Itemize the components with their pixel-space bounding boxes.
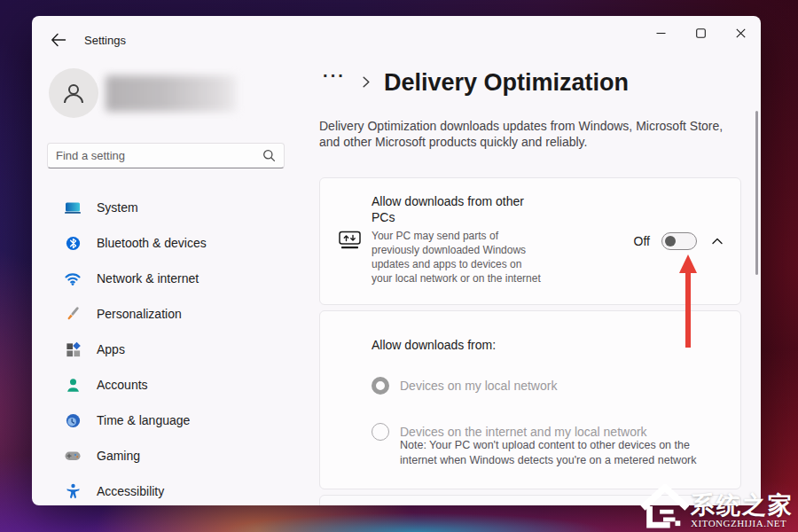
watermark-text: 系统之家 XITONGZHIJIA.NET bbox=[691, 493, 794, 528]
watermark: 系统之家 XITONGZHIJIA.NET bbox=[638, 481, 794, 528]
sidebar-item-label: Personalization bbox=[97, 307, 182, 321]
toggle-knob bbox=[665, 236, 676, 246]
watermark-site-domain: XITONGZHIJIA.NET bbox=[691, 518, 786, 528]
search-input[interactable] bbox=[56, 149, 262, 162]
setting-title: Allow downloads from other PCs bbox=[372, 193, 545, 225]
radio-button-unselected-disabled[interactable] bbox=[372, 423, 389, 441]
network-icon bbox=[64, 270, 82, 287]
arrow-head bbox=[679, 254, 697, 273]
personalization-icon bbox=[64, 305, 82, 323]
sidebar-item-accounts[interactable]: Accounts bbox=[36, 367, 293, 403]
watermark-house-icon bbox=[638, 481, 689, 528]
sidebar-item-label: Gaming bbox=[97, 449, 140, 463]
allow-from-title: Allow downloads from: bbox=[372, 338, 496, 352]
minimize-button[interactable] bbox=[641, 16, 681, 50]
search-box bbox=[47, 143, 285, 168]
sidebar-item-apps[interactable]: Apps bbox=[36, 332, 293, 367]
delivery-optimization-icon bbox=[338, 228, 362, 255]
back-button[interactable] bbox=[46, 30, 71, 50]
bluetooth-icon bbox=[64, 234, 82, 252]
system-icon bbox=[64, 199, 82, 216]
close-button[interactable] bbox=[721, 16, 761, 50]
back-arrow-icon bbox=[51, 33, 66, 47]
toggle-state-label: Off bbox=[634, 234, 650, 248]
metered-network-note: Note: Your PC won't upload content to ot… bbox=[400, 438, 716, 467]
search-icon bbox=[262, 149, 276, 162]
settings-window: Settings bbox=[32, 16, 761, 505]
maximize-icon bbox=[696, 28, 706, 38]
user-name-blurred bbox=[106, 75, 237, 112]
setting-description: Your PC may send parts of previously dow… bbox=[372, 229, 545, 286]
accounts-icon bbox=[64, 376, 82, 394]
collapse-expander-button[interactable] bbox=[708, 234, 726, 248]
allow-downloads-toggle[interactable] bbox=[661, 232, 697, 250]
sidebar-item-label: Accessibility bbox=[97, 484, 164, 498]
time-language-icon bbox=[64, 411, 82, 429]
sidebar-item-label: Network & internet bbox=[97, 271, 199, 286]
scrollbar-thumb[interactable] bbox=[755, 111, 758, 275]
allow-downloads-card[interactable]: Allow downloads from other PCs Your PC m… bbox=[319, 177, 741, 305]
maximize-button[interactable] bbox=[681, 16, 721, 50]
sidebar-item-personalization[interactable]: Personalization bbox=[36, 296, 293, 332]
allow-downloads-from-card: Allow downloads from: Devices on my loca… bbox=[319, 310, 741, 489]
breadcrumb-more[interactable]: ··· bbox=[323, 66, 346, 86]
radio-button-selected-disabled[interactable] bbox=[372, 377, 389, 395]
sidebar-item-label: Apps bbox=[97, 342, 125, 356]
sidebar-item-label: Time & language bbox=[97, 413, 190, 427]
allow-downloads-text: Allow downloads from other PCs Your PC m… bbox=[372, 193, 545, 286]
gaming-icon bbox=[64, 447, 82, 465]
app-title: Settings bbox=[84, 34, 126, 47]
window-controls bbox=[641, 16, 761, 50]
sidebar-item-label: Accounts bbox=[97, 378, 148, 392]
accessibility-icon bbox=[64, 482, 82, 500]
sidebar-item-gaming[interactable]: Gaming bbox=[36, 438, 293, 473]
sidebar-item-time-language[interactable]: Time & language bbox=[36, 403, 293, 438]
sidebar-item-accessibility[interactable]: Accessibility bbox=[36, 473, 293, 505]
watermark-site-name: 系统之家 bbox=[691, 493, 794, 518]
arrow-shaft bbox=[685, 271, 691, 348]
sidebar-item-network-internet[interactable]: Network & internet bbox=[36, 261, 293, 296]
sidebar-nav: System Bluetooth & devices bbox=[36, 190, 293, 505]
page-description: Delivery Optimization downloads updates … bbox=[319, 118, 738, 150]
sidebar-item-label: Bluetooth & devices bbox=[97, 236, 207, 250]
breadcrumb-chevron-icon bbox=[363, 75, 370, 91]
user-icon bbox=[59, 79, 88, 107]
chevron-up-icon bbox=[712, 238, 723, 245]
setting-controls: Off bbox=[634, 232, 726, 250]
avatar[interactable] bbox=[49, 68, 98, 118]
close-icon bbox=[736, 28, 746, 38]
page-title: Delivery Optimization bbox=[384, 69, 629, 97]
sidebar-item-bluetooth-devices[interactable]: Bluetooth & devices bbox=[36, 225, 293, 261]
sidebar-item-system[interactable]: System bbox=[36, 190, 293, 225]
sidebar-item-label: System bbox=[97, 200, 138, 215]
apps-icon bbox=[64, 340, 82, 358]
minimize-icon bbox=[656, 28, 666, 38]
radio-label: Devices on my local network bbox=[400, 377, 557, 395]
radio-option-local-network[interactable]: Devices on my local network bbox=[372, 377, 557, 395]
desktop-wallpaper: Settings bbox=[0, 0, 798, 532]
